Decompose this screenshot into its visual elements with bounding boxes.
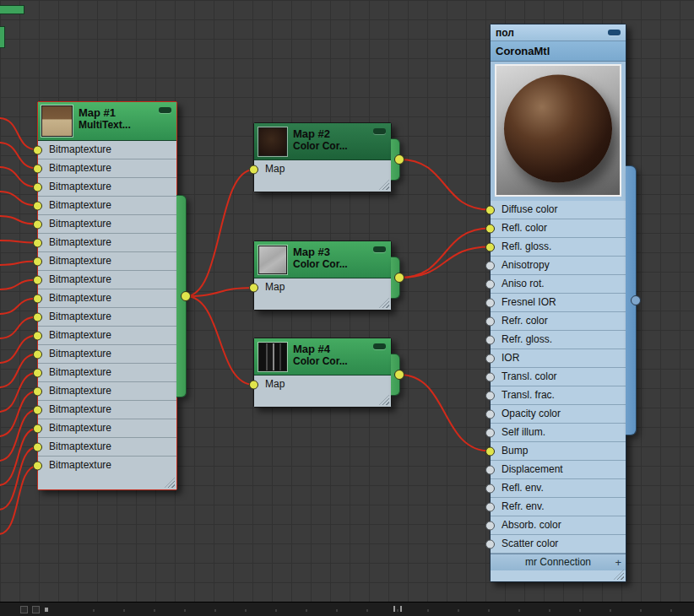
input-socket[interactable] — [33, 257, 42, 266]
input-socket[interactable] — [33, 331, 42, 340]
multitexture-thumbnail[interactable] — [41, 105, 73, 137]
output-tab[interactable] — [391, 354, 400, 396]
minimize-button[interactable] — [608, 30, 621, 35]
input-socket[interactable] — [485, 279, 495, 289]
output-socket[interactable] — [394, 370, 404, 380]
map3-thumbnail[interactable] — [258, 246, 287, 274]
resize-grip[interactable] — [614, 570, 624, 580]
input-socket[interactable] — [485, 261, 495, 270]
input-socket[interactable] — [485, 446, 495, 456]
resize-grip[interactable] — [379, 298, 389, 308]
input-socket[interactable] — [33, 201, 42, 210]
connection-wire[interactable] — [0, 192, 38, 206]
resize-grip[interactable] — [379, 180, 389, 190]
input-socket[interactable] — [485, 428, 495, 437]
input-socket[interactable] — [33, 312, 42, 322]
connection-wire[interactable] — [0, 240, 38, 243]
connection-wire[interactable] — [0, 143, 38, 169]
input-socket[interactable] — [33, 238, 42, 247]
connection-wire[interactable] — [0, 429, 38, 486]
input-socket[interactable] — [485, 539, 495, 548]
material-preview[interactable] — [495, 64, 621, 197]
connection-wire[interactable] — [0, 216, 38, 224]
output-tab[interactable] — [176, 195, 187, 397]
output-tab[interactable] — [391, 257, 400, 299]
node-header[interactable]: Map #2 Color Cor... — [254, 123, 391, 160]
input-socket[interactable] — [33, 424, 42, 433]
input-socket[interactable] — [485, 372, 495, 381]
connection-wire[interactable] — [0, 299, 38, 315]
resize-grip[interactable] — [379, 395, 389, 405]
output-tab[interactable] — [391, 138, 400, 181]
input-socket[interactable] — [485, 298, 495, 307]
input-socket[interactable] — [33, 405, 42, 414]
input-socket[interactable] — [485, 521, 495, 530]
connection-wire[interactable] — [399, 229, 491, 278]
node-coronamtl[interactable]: пол CoronaMtl Diffuse colorRefl. colorRe… — [490, 24, 626, 582]
connection-wire[interactable] — [186, 288, 254, 296]
minimize-button[interactable] — [373, 128, 386, 134]
offscreen-node-fragment[interactable] — [0, 5, 24, 14]
minimize-button[interactable] — [159, 107, 171, 113]
output-socket[interactable] — [631, 295, 641, 305]
node-multitexture[interactable]: Map #1 MultiText... BitmaptextureBitmapt… — [37, 101, 177, 490]
input-socket[interactable] — [485, 242, 495, 251]
output-socket[interactable] — [394, 154, 404, 165]
output-socket[interactable] — [394, 273, 404, 283]
input-socket[interactable] — [485, 502, 495, 511]
input-socket[interactable] — [33, 145, 42, 154]
connection-wire[interactable] — [0, 280, 38, 290]
connection-wire[interactable] — [399, 159, 491, 210]
node-header[interactable]: Map #4 Color Cor... — [254, 338, 391, 376]
input-socket[interactable] — [33, 462, 42, 471]
track-icon[interactable] — [32, 606, 40, 613]
connection-wire[interactable] — [0, 392, 38, 437]
output-socket[interactable] — [181, 291, 191, 301]
input-socket[interactable] — [485, 465, 495, 474]
input-socket[interactable] — [33, 219, 42, 229]
input-socket[interactable] — [33, 349, 42, 359]
connection-wire[interactable] — [399, 247, 491, 278]
resize-grip[interactable] — [165, 478, 175, 488]
connection-wire[interactable] — [0, 118, 38, 150]
node-header[interactable]: Map #3 Color Cor... — [254, 241, 391, 278]
expand-plus-icon[interactable]: + — [615, 554, 621, 570]
node-map4[interactable]: Map #4 Color Cor... Map — [253, 338, 392, 408]
node-map3[interactable]: Map #3 Color Cor... Map — [253, 240, 392, 311]
connection-wire[interactable] — [0, 317, 38, 339]
input-socket[interactable] — [485, 335, 495, 344]
input-socket[interactable] — [249, 165, 258, 175]
connection-wire[interactable] — [0, 373, 38, 413]
input-socket[interactable] — [33, 275, 42, 284]
connection-wire[interactable] — [0, 410, 38, 462]
input-socket[interactable] — [485, 354, 495, 363]
input-socket[interactable] — [33, 164, 42, 173]
input-socket[interactable] — [33, 368, 42, 377]
input-socket[interactable] — [249, 284, 258, 293]
output-tab[interactable] — [626, 165, 637, 435]
mr-connection-bar[interactable]: mr Connection + — [491, 554, 626, 570]
input-socket[interactable] — [33, 442, 42, 451]
connection-wire[interactable] — [0, 167, 38, 187]
input-socket[interactable] — [485, 224, 495, 233]
minimize-button[interactable] — [373, 246, 386, 252]
input-socket[interactable] — [485, 316, 495, 326]
connection-wire[interactable] — [186, 170, 254, 296]
input-socket[interactable] — [485, 205, 495, 214]
connection-wire[interactable] — [0, 466, 38, 534]
connection-wire[interactable] — [0, 354, 38, 388]
offscreen-node-fragment[interactable] — [0, 26, 5, 48]
input-socket[interactable] — [485, 484, 495, 493]
input-socket[interactable] — [485, 391, 495, 400]
input-socket[interactable] — [33, 386, 42, 396]
track-icon[interactable] — [20, 606, 28, 613]
connection-wire[interactable] — [186, 296, 254, 385]
input-socket[interactable] — [33, 294, 42, 303]
input-socket[interactable] — [33, 182, 42, 192]
connection-wire[interactable] — [399, 375, 491, 451]
connection-wire[interactable] — [0, 336, 38, 364]
node-map2[interactable]: Map #2 Color Cor... Map — [253, 122, 392, 192]
input-socket[interactable] — [485, 409, 495, 419]
minimize-button[interactable] — [373, 343, 386, 349]
connection-wire[interactable] — [0, 262, 38, 266]
